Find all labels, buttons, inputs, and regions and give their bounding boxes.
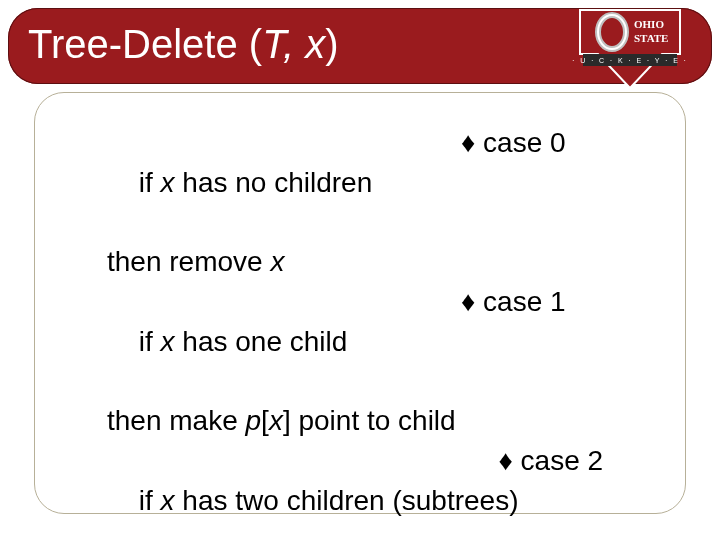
text: if [139, 326, 161, 357]
text: then remove [107, 242, 270, 282]
line-5: if x has two children (subtrees) ♦ case … [61, 441, 659, 540]
slide-title: Tree-Delete (T, x) [28, 22, 338, 67]
ohio-state-logo: OHIO STATE B · U · C · K · E · Y · E · S [570, 6, 690, 92]
case-0-marker: ♦ case 0 [461, 123, 659, 242]
text: then make [107, 401, 246, 441]
line-4: then make p[x] point to child [61, 401, 659, 441]
var-x: x [161, 326, 175, 357]
text: has two children (subtrees) [175, 485, 519, 516]
text: has no children [175, 167, 373, 198]
var-x: x [161, 485, 175, 516]
logo-bottom-text: B · U · C · K · E · Y · E · S [570, 57, 690, 64]
line-2: then remove x [61, 242, 659, 282]
slide: Tree-Delete (T, x) OHIO STATE B · U · C … [0, 0, 720, 540]
content-box: if x has no children ♦ case 0 then remov… [34, 92, 686, 514]
logo-top-text: OHIO [634, 18, 664, 30]
text: if [139, 167, 161, 198]
pseudocode: if x has no children ♦ case 0 then remov… [61, 123, 659, 540]
title-bar: Tree-Delete (T, x) OHIO STATE B · U · C … [8, 8, 712, 84]
line-3: if x has one child ♦ case 1 [61, 282, 659, 401]
title-args: T, x [262, 22, 325, 66]
text: if [139, 485, 161, 516]
logo-top-text-2: STATE [634, 32, 668, 44]
var-p: p [246, 401, 262, 441]
title-suffix: ) [325, 22, 338, 66]
text: has one child [175, 326, 348, 357]
title-prefix: Tree-Delete ( [28, 22, 262, 66]
line-1: if x has no children ♦ case 0 [61, 123, 659, 242]
case-1-marker: ♦ case 1 [461, 282, 659, 401]
case-2-marker: ♦ case 2 [499, 441, 659, 540]
var-x: x [269, 401, 283, 441]
text: ] point to child [283, 401, 456, 441]
var-x: x [161, 167, 175, 198]
text: [ [261, 401, 269, 441]
var-x: x [270, 242, 284, 282]
